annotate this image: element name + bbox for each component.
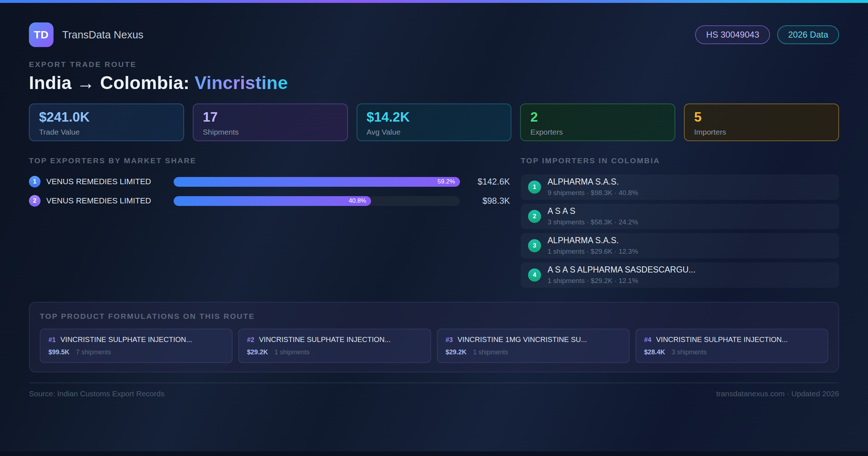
route-title-main: India → Colombia: [29, 73, 190, 93]
exporters-section: TOP EXPORTERS BY MARKET SHARE 1 VENUS RE… [29, 156, 510, 292]
formulation-title: VINCRISTINE SULPHATE INJECTION... [656, 335, 788, 344]
formulation-card[interactable]: #4 VINCRISTINE SULPHATE INJECTION... $28… [635, 329, 828, 363]
formulations-heading: TOP PRODUCT FORMULATIONS ON THIS ROUTE [40, 312, 828, 321]
stat-card-trade-value: $241.0K Trade Value [29, 104, 184, 141]
formulation-card[interactable]: #3 VINCRISTINE 1MG VINCRISTINE SU... $29… [437, 329, 630, 363]
rank-badge: 1 [528, 181, 541, 194]
formulation-title: VINCRISTINE SULPHATE INJECTION... [259, 335, 391, 344]
header-badges: HS 30049043 2026 Data [695, 25, 839, 44]
brand: TD TransData Nexus [29, 22, 144, 47]
importer-list-item[interactable]: 3 ALPHARMA S.A.S. 1 shipments · $29.6K ·… [521, 233, 839, 258]
importer-meta: 9 shipments · $98.3K · 40.8% [548, 189, 638, 197]
app-name: TransData Nexus [62, 29, 144, 41]
formulation-title: VINCRISTINE 1MG VINCRISTINE SU... [458, 335, 587, 344]
importers-heading: TOP IMPORTERS IN COLOMBIA [521, 156, 839, 165]
market-share-bar-track: 40.8% [174, 196, 460, 206]
formulation-rank: #2 [247, 336, 254, 344]
stat-label: Trade Value [39, 128, 174, 136]
stat-label: Avg Value [367, 128, 502, 136]
importer-name: A S A S ALPHARMA SASDESCARGU... [548, 265, 695, 274]
formulation-shipments: 1 shipments [473, 349, 508, 356]
formulation-shipments: 3 shipments [672, 349, 707, 356]
eyebrow-label: EXPORT TRADE ROUTE [29, 60, 839, 69]
importer-list-item[interactable]: 2 A S A S 3 shipments · $58.3K · 24.2% [521, 204, 839, 229]
formulations-panel: TOP PRODUCT FORMULATIONS ON THIS ROUTE #… [29, 302, 839, 372]
stat-label: Shipments [203, 128, 338, 136]
rank-badge: 1 [29, 176, 41, 187]
importer-meta: 1 shipments · $29.2K · 12.1% [548, 277, 695, 285]
importer-list-item[interactable]: 1 ALPHARMA S.A.S. 9 shipments · $98.3K ·… [521, 174, 839, 200]
header: TD TransData Nexus HS 30049043 2026 Data [29, 22, 839, 47]
main-columns: TOP EXPORTERS BY MARKET SHARE 1 VENUS RE… [29, 156, 839, 292]
stat-value: $241.0K [39, 110, 174, 125]
formulation-value: $99.5K [48, 349, 69, 356]
formulation-shipments: 7 shipments [76, 349, 111, 356]
importers-section: TOP IMPORTERS IN COLOMBIA 1 ALPHARMA S.A… [521, 156, 839, 292]
stat-card-avg-value: $14.2K Avg Value [357, 104, 512, 141]
footer: Source: Indian Customs Export Records tr… [29, 383, 839, 398]
exporter-value: $98.3K [467, 196, 510, 206]
market-share-percent: 40.8% [349, 197, 366, 204]
exporter-name: VENUS REMEDIES LIMITED [46, 196, 174, 206]
formulation-card[interactable]: #1 VINCRISTINE SULPHATE INJECTION... $99… [40, 329, 233, 363]
importer-name: ALPHARMA S.A.S. [548, 177, 638, 186]
stat-label: Exporters [530, 128, 665, 136]
formulation-value: $28.4K [644, 349, 665, 356]
exporter-value: $142.6K [467, 177, 510, 187]
formulation-value: $29.2K [446, 349, 467, 356]
rank-badge: 4 [528, 269, 541, 282]
stat-card-importers: 5 Importers [684, 104, 839, 141]
brand-logo[interactable]: TD [29, 22, 54, 47]
bottom-edge-strip [0, 451, 868, 456]
accent-gradient-topbar [0, 0, 868, 3]
formulation-title: VINCRISTINE SULPHATE INJECTION... [60, 335, 192, 344]
formulation-cards-row: #1 VINCRISTINE SULPHATE INJECTION... $99… [40, 329, 828, 363]
stat-value: 17 [203, 110, 338, 125]
stat-card-exporters: 2 Exporters [520, 104, 675, 141]
importer-meta: 1 shipments · $29.6K · 12.3% [548, 248, 638, 256]
formulation-rank: #4 [644, 336, 651, 344]
formulation-rank: #1 [48, 336, 56, 344]
stat-value: 2 [530, 110, 665, 125]
stats-row: $241.0K Trade Value 17 Shipments $14.2K … [29, 104, 839, 141]
formulation-rank: #3 [446, 336, 453, 344]
hs-code-badge: HS 30049043 [695, 25, 770, 44]
market-share-bar-fill: 59.2% [174, 177, 460, 187]
importer-list-item[interactable]: 4 A S A S ALPHARMA SASDESCARGU... 1 ship… [521, 262, 839, 288]
data-year-badge: 2026 Data [777, 25, 839, 44]
importer-name: ALPHARMA S.A.S. [548, 236, 638, 245]
formulation-value: $29.2K [247, 349, 268, 356]
route-title-product: Vincristine [195, 73, 288, 93]
footer-divider [29, 383, 839, 383]
stat-card-shipments: 17 Shipments [193, 104, 348, 141]
stat-value: 5 [694, 110, 829, 125]
exporters-heading: TOP EXPORTERS BY MARKET SHARE [29, 156, 510, 165]
stat-value: $14.2K [367, 110, 502, 125]
dashboard-page: TD TransData Nexus HS 30049043 2026 Data… [29, 22, 839, 398]
page-title: India → Colombia:Vincristine [29, 72, 839, 93]
market-share-bar-fill: 40.8% [174, 196, 371, 206]
stat-label: Importers [694, 128, 829, 136]
exporter-name: VENUS REMEDIES LIMITED [46, 177, 174, 186]
formulation-shipments: 1 shipments [275, 349, 310, 356]
formulation-card[interactable]: #2 VINCRISTINE SULPHATE INJECTION... $29… [238, 329, 431, 363]
footer-site: transdatanexus.com · Updated 2026 [716, 389, 839, 398]
footer-source: Source: Indian Customs Export Records [29, 389, 165, 398]
exporter-row[interactable]: 2 VENUS REMEDIES LIMITED 40.8% $98.3K [29, 194, 510, 208]
rank-badge: 3 [528, 239, 541, 252]
importer-meta: 3 shipments · $58.3K · 24.2% [548, 218, 638, 226]
exporter-row[interactable]: 1 VENUS REMEDIES LIMITED 59.2% $142.6K [29, 174, 510, 189]
market-share-percent: 59.2% [438, 178, 455, 185]
rank-badge: 2 [528, 210, 541, 223]
importer-name: A S A S [548, 207, 638, 216]
rank-badge: 2 [29, 195, 41, 207]
market-share-bar-track: 59.2% [174, 177, 460, 187]
